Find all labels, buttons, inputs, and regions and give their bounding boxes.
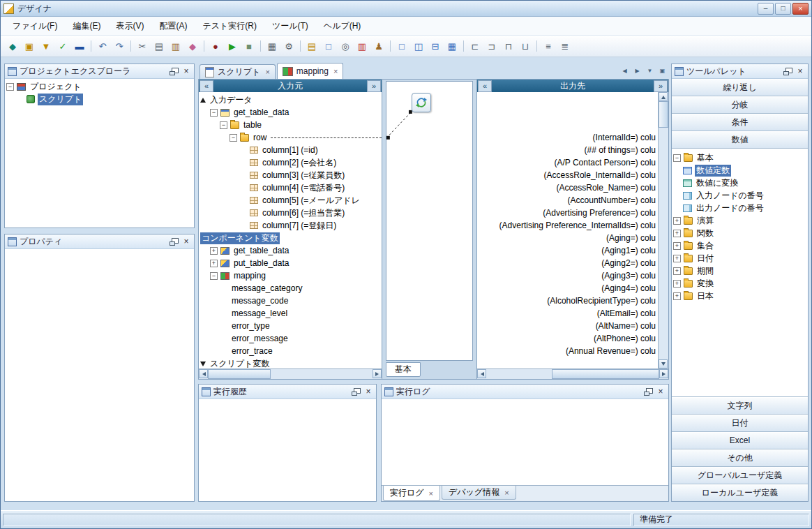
log-tab[interactable]: 実行ログ × (383, 486, 440, 501)
tree-item[interactable]: 出力ノードの番号 (672, 202, 808, 214)
palette-category-button[interactable]: 文字列 (672, 396, 808, 414)
output-node[interactable]: (Aging=) colu (477, 232, 656, 244)
collapse-panel-left-button[interactable]: « (478, 80, 492, 92)
validate-button[interactable]: ✓ (55, 38, 70, 54)
output-node[interactable]: (Advertising Preference_InternalIds=) co… (477, 219, 656, 232)
table-outline-button[interactable]: □ (394, 38, 409, 54)
tree-item[interactable]: 期間 (672, 264, 808, 277)
tree-item[interactable]: message_level (199, 307, 382, 320)
scrollbar-track[interactable] (208, 369, 373, 379)
menu-item[interactable]: ツール(T) (264, 17, 316, 35)
new-script-button[interactable]: ▣ (22, 38, 37, 54)
cut-button[interactable]: ✂ (135, 38, 150, 54)
palette-category-button[interactable]: 日付 (672, 414, 808, 431)
stop-button[interactable]: ■ (241, 38, 257, 54)
paste-button[interactable]: ▥ (168, 38, 183, 54)
menu-item[interactable]: 表示(V) (108, 17, 151, 35)
scroll-right-button[interactable] (659, 369, 668, 378)
menu-item[interactable]: ファイル(F) (5, 17, 65, 35)
tree-toggle-icon[interactable] (210, 247, 218, 255)
maximize-editor-button[interactable]: ▣ (657, 66, 668, 76)
tree-item[interactable]: 数値定数 (672, 164, 808, 177)
panel-close-button[interactable]: × (656, 387, 666, 396)
float-panel-button[interactable] (644, 388, 653, 396)
tree-item[interactable]: error_message (199, 332, 382, 345)
tree-item[interactable]: 変換 (672, 277, 808, 290)
output-node[interactable]: (Aging1=) colu (477, 244, 656, 257)
output-node[interactable]: (A/P Contact Person=) colu (477, 156, 656, 169)
palette-category-button[interactable]: Excel (672, 431, 808, 449)
tree-item[interactable]: スクリプト (5, 93, 194, 105)
table-rows-button[interactable]: ⊟ (428, 38, 443, 54)
float-panel-button[interactable] (783, 68, 792, 75)
scroll-left-button[interactable] (477, 369, 486, 378)
tree-toggle-icon[interactable] (673, 267, 681, 275)
panel-close-button[interactable]: × (363, 387, 373, 396)
tree-item[interactable]: table (199, 119, 382, 131)
tree-item[interactable]: put_table_data (199, 257, 382, 269)
tree-item[interactable]: 日付 (672, 252, 808, 264)
tab-close-icon[interactable]: × (504, 489, 509, 497)
panel-close-button[interactable]: × (795, 66, 805, 76)
output-horizontal-scrollbar[interactable] (477, 368, 668, 379)
titlebar[interactable]: デザイナ – □ × (1, 1, 811, 17)
scroll-down-button[interactable] (659, 359, 668, 368)
output-node[interactable]: (AltEmail=) colu (477, 307, 656, 320)
palette-category-button[interactable]: 数値 (672, 131, 808, 149)
panel-close-button[interactable]: × (181, 66, 191, 76)
expand-panel-right-button[interactable]: » (367, 80, 381, 92)
tree-item[interactable]: 入力ノードの番号 (672, 189, 808, 202)
tree-item[interactable]: error_trace (199, 345, 382, 357)
tree-item[interactable]: 関数 (672, 227, 808, 239)
output-node[interactable]: (AccountNumber=) colu (477, 194, 656, 207)
palette-category-button[interactable]: その他 (672, 449, 808, 466)
tree-item[interactable]: 集合 (672, 239, 808, 252)
float-panel-button[interactable] (352, 388, 361, 396)
tree-item[interactable]: mapping (199, 269, 382, 282)
output-node[interactable]: (InternalId=) colu (477, 131, 656, 144)
canvas-tab-basic[interactable]: 基本 (386, 362, 421, 377)
tree-toggle-icon[interactable] (673, 242, 681, 250)
log-tab[interactable]: デバッグ情報 × (442, 486, 516, 500)
menu-item[interactable]: 配置(A) (151, 17, 195, 35)
scrollbar-thumb[interactable] (208, 369, 271, 379)
palette-category-button[interactable]: 分岐 (672, 96, 808, 114)
menu-item[interactable]: テスト実行(R) (195, 17, 264, 35)
output-node[interactable]: (Aging2=) colu (477, 257, 656, 269)
tab-close-icon[interactable]: × (333, 67, 338, 75)
tree-item[interactable]: column[1] (=id) (199, 144, 382, 156)
tree-item[interactable]: 基本 (672, 151, 808, 164)
palette-category-button[interactable]: 繰り返し (672, 79, 808, 96)
tab-close-icon[interactable]: × (265, 68, 269, 76)
tree-toggle-icon[interactable] (673, 154, 681, 162)
menu-item[interactable]: ヘルプ(H) (316, 17, 369, 35)
import-button[interactable]: ▼ (38, 38, 54, 54)
grid-button[interactable]: ▦ (264, 38, 280, 54)
minimize-button[interactable]: – (758, 3, 774, 15)
tree-toggle-icon[interactable] (210, 109, 218, 117)
scroll-up-button[interactable] (659, 92, 668, 101)
close-button[interactable]: × (792, 3, 809, 15)
search-doc-button[interactable]: ◎ (338, 38, 353, 54)
output-node[interactable]: (## of things=) colu (477, 144, 656, 156)
settings-button[interactable]: ⚙ (281, 38, 296, 54)
tree-item[interactable]: column[5] (=メールアドレ (199, 194, 382, 207)
output-vertical-scrollbar[interactable] (658, 92, 668, 368)
tree-toggle-icon[interactable] (673, 292, 681, 300)
agent-button[interactable]: ♟ (371, 38, 386, 54)
mapping-canvas-surface[interactable] (386, 81, 473, 361)
tree-toggle-icon[interactable] (673, 255, 681, 262)
tree-item[interactable]: column[3] (=従業員数) (199, 169, 382, 181)
debug-run-button[interactable]: ● (208, 38, 223, 54)
menu-item[interactable]: 編集(E) (65, 17, 108, 35)
distribute-v-button[interactable]: ≣ (557, 38, 573, 54)
output-node[interactable]: (Aging3=) colu (477, 269, 656, 282)
save-button[interactable]: ▬ (72, 38, 87, 54)
scrollbar-thumb[interactable] (552, 369, 659, 379)
output-node[interactable]: (Advertising Preference=) colu (477, 207, 656, 219)
tree-item[interactable]: プロジェクト (5, 80, 194, 93)
tree-toggle-icon[interactable] (210, 260, 218, 267)
tree-item[interactable]: get_table_data (199, 106, 382, 119)
tree-item[interactable]: get_table_data (199, 244, 382, 257)
float-panel-button[interactable] (170, 238, 179, 246)
